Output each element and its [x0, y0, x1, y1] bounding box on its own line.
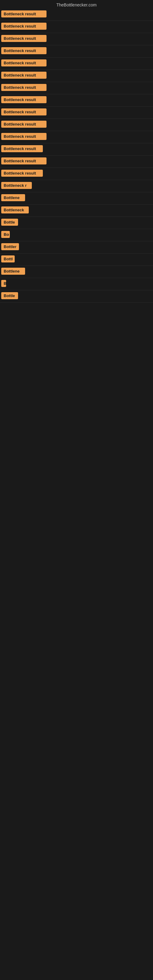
bottleneck-badge[interactable]: B — [1, 280, 6, 287]
bottleneck-badge[interactable]: Bottleneck result — [1, 84, 46, 91]
bottleneck-badge[interactable]: Bottler — [1, 243, 19, 250]
list-item: Bottleneck result — [0, 119, 153, 131]
bottleneck-badge[interactable]: Bottleneck result — [1, 170, 43, 177]
list-item: Bottleneck result — [0, 33, 153, 45]
bottleneck-badge[interactable]: Bottleneck result — [1, 108, 46, 115]
list-item: Bottleneck result — [0, 45, 153, 57]
list-item: Bottlene — [0, 192, 153, 205]
site-title-text: TheBottlenecker.com — [56, 2, 97, 7]
bottleneck-badge[interactable]: Bottleneck result — [1, 35, 46, 42]
bottleneck-badge[interactable]: Bottleneck r — [1, 182, 32, 189]
bottleneck-badge[interactable]: Bottleneck — [1, 207, 29, 213]
list-item: Bottleneck result — [0, 156, 153, 168]
list-item: Bottleneck — [0, 205, 153, 217]
bottleneck-badge[interactable]: Bottleneck result — [1, 47, 46, 54]
bottleneck-badge[interactable]: Bottleneck result — [1, 158, 46, 164]
list-item: Bottlene — [0, 266, 153, 278]
list-item: Bottleneck r — [0, 180, 153, 192]
list-item: Bottl — [0, 254, 153, 266]
bottleneck-badge[interactable]: Bottleneck result — [1, 72, 46, 79]
bottleneck-badge[interactable]: Bottleneck result — [1, 133, 46, 140]
bottleneck-badge[interactable]: Bottleneck result — [1, 23, 46, 30]
list-item: Bottleneck result — [0, 82, 153, 94]
list-item: Bottleneck result — [0, 168, 153, 180]
list-item: Bottleneck result — [0, 9, 153, 21]
bottleneck-badge[interactable]: Bottleneck result — [1, 10, 46, 18]
list-item: Bo — [0, 229, 153, 241]
site-title: TheBottlenecker.com — [0, 0, 153, 9]
bottleneck-badge[interactable]: Bottleneck result — [1, 59, 46, 67]
list-item: Bottleneck result — [0, 143, 153, 156]
list-item: Bottleneck result — [0, 107, 153, 119]
bottleneck-badge[interactable]: Bottle — [1, 219, 18, 226]
list-item: Bottleneck result — [0, 57, 153, 70]
bottleneck-badge[interactable]: Bo — [1, 231, 10, 238]
list-item: Bottleneck result — [0, 94, 153, 107]
list-item: Bottleneck result — [0, 70, 153, 82]
bottleneck-badge[interactable]: Bottle — [1, 292, 18, 299]
bottleneck-badge[interactable]: Bottlene — [1, 194, 25, 201]
bottleneck-badge[interactable]: Bottleneck result — [1, 145, 43, 152]
list-item: Bottleneck result — [0, 21, 153, 33]
list-item: Bottler — [0, 241, 153, 254]
list-item: Bottle — [0, 217, 153, 229]
list-item: Bottle — [0, 290, 153, 302]
bottleneck-badge[interactable]: Bottlene — [1, 268, 25, 275]
list-item: B — [0, 278, 153, 290]
bottleneck-badge[interactable]: Bottleneck result — [1, 121, 46, 128]
bottleneck-badge[interactable]: Bottleneck result — [1, 96, 46, 103]
badge-list: Bottleneck resultBottleneck resultBottle… — [0, 9, 153, 302]
bottleneck-badge[interactable]: Bottl — [1, 255, 15, 262]
list-item: Bottleneck result — [0, 131, 153, 143]
